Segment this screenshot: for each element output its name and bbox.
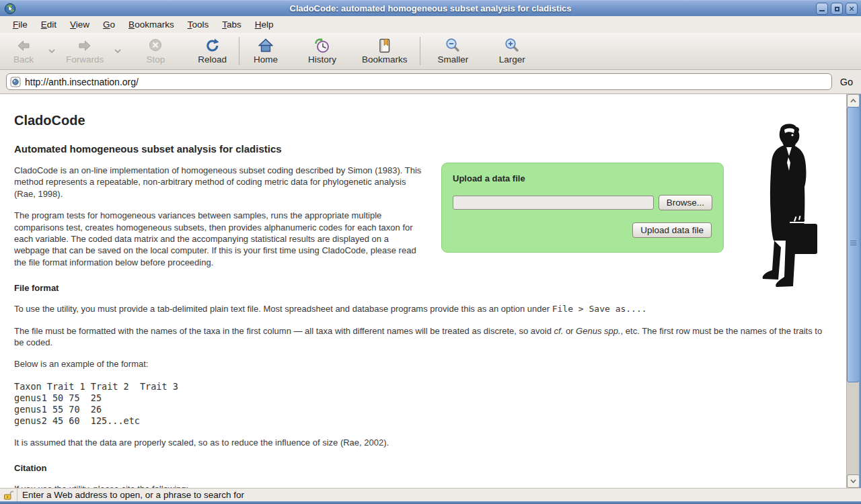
menubar: FileEditViewGoBookmarksToolsTabsHelp [0, 16, 861, 33]
chevron-up-icon [850, 99, 856, 103]
browse-button[interactable]: Browse... [659, 195, 712, 210]
back-label: Back [13, 54, 34, 65]
stop-button[interactable]: Stop [136, 36, 175, 67]
bookmarks-icon [377, 38, 393, 54]
site-favicon [10, 77, 21, 87]
page-subtitle: Automated homogeneous subset analysis fo… [14, 143, 833, 155]
window-title: CladoCode: automated homogeneous subset … [0, 3, 861, 13]
scrollbar-thumb[interactable] [847, 107, 860, 382]
history-icon [314, 38, 330, 54]
close-icon: ✕ [848, 5, 854, 13]
file-format-paragraph-1: To use the utility, you must provide a t… [14, 303, 833, 314]
home-icon [258, 38, 274, 54]
zoom-in-icon [504, 38, 520, 54]
intro-paragraph: CladoCode is an on-line implementation o… [14, 165, 424, 200]
window-bottom-border [0, 501, 861, 504]
example-intro: Below is an example of the format: [14, 358, 833, 370]
stop-icon [147, 38, 163, 54]
back-button[interactable]: Back [4, 36, 43, 67]
smaller-label: Smaller [438, 54, 469, 65]
menu-tools[interactable]: Tools [181, 17, 216, 32]
close-button[interactable]: ✕ [846, 3, 858, 15]
minimize-button[interactable] [816, 3, 828, 15]
scroll-down-button[interactable] [847, 474, 860, 488]
toolbar-separator [420, 37, 420, 65]
history-label: History [308, 54, 336, 65]
page-viewport: CladoCode Automated homogeneous subset a… [0, 94, 846, 488]
forwards-label: Forwards [66, 54, 104, 65]
url-box[interactable] [6, 73, 832, 90]
menu-view[interactable]: View [63, 17, 96, 32]
upload-panel-heading: Upload a data file [453, 173, 712, 183]
menu-file[interactable]: File [6, 17, 34, 32]
scroll-up-button[interactable] [847, 94, 860, 108]
citation-heading: Citation [14, 463, 833, 473]
home-button[interactable]: Home [246, 36, 285, 67]
citation-intro: If you use the utility, please cite the … [14, 483, 833, 488]
larger-label: Larger [499, 54, 525, 65]
maximize-button[interactable] [831, 3, 843, 15]
zoom-out-icon [445, 38, 461, 54]
toolbar-separator [239, 37, 239, 65]
titlebar: CladoCode: automated homogeneous subset … [0, 0, 861, 16]
businessman-silhouette-image [758, 121, 820, 289]
security-open-lock-icon [3, 490, 14, 501]
browser-app-icon [4, 3, 16, 15]
menu-bookmarks[interactable]: Bookmarks [122, 17, 181, 32]
go-button[interactable]: Go [838, 75, 855, 89]
file-format-paragraph-2: The file must be formatted with the name… [14, 325, 833, 349]
file-format-heading: File format [14, 283, 833, 293]
menu-tabs[interactable]: Tabs [215, 17, 248, 32]
page-title: CladoCode [14, 113, 833, 128]
vertical-scrollbar[interactable] [846, 94, 859, 488]
chevron-down-icon [114, 49, 121, 53]
browser-window: CladoCode: automated homogeneous subset … [0, 0, 861, 504]
reload-label: Reload [198, 54, 227, 65]
forward-arrow-icon [77, 38, 93, 54]
forwards-button[interactable]: Forwards [61, 36, 109, 67]
bookmarks-label: Bookmarks [362, 54, 408, 65]
minimize-icon [819, 10, 825, 11]
program-description-paragraph: The program tests for homogeneous varian… [14, 210, 424, 268]
forwards-history-dropdown[interactable] [112, 38, 124, 65]
menu-go[interactable]: Go [96, 17, 122, 32]
scrollbar-grip [850, 241, 856, 247]
back-history-dropdown[interactable] [46, 38, 58, 65]
larger-button[interactable]: Larger [492, 36, 531, 67]
reload-button[interactable]: Reload [192, 36, 232, 67]
chevron-down-icon [48, 49, 55, 53]
file-path-input[interactable] [453, 196, 654, 210]
toolbar: Back Forwards Stop [0, 33, 861, 70]
reload-icon [204, 38, 221, 54]
upload-panel: Upload a data file Browse... Upload data… [441, 163, 724, 253]
url-input[interactable] [25, 77, 828, 87]
bookmarks-button[interactable]: Bookmarks [357, 36, 413, 67]
smaller-button[interactable]: Smaller [433, 36, 474, 67]
address-bar-row: Go [0, 70, 861, 94]
format-example-code: Taxon Trait 1 Trait 2 Trait 3 genus1 50 … [14, 381, 833, 427]
scaling-note: It is assumed that the data are properly… [14, 437, 833, 448]
back-arrow-icon [15, 38, 32, 54]
history-button[interactable]: History [303, 36, 342, 67]
chevron-down-icon [850, 479, 856, 483]
maximize-icon [835, 7, 839, 11]
menu-edit[interactable]: Edit [34, 17, 63, 32]
status-message: Enter a Web address to open, or a phrase… [17, 490, 244, 500]
stop-label: Stop [146, 54, 165, 65]
statusbar: Enter a Web address to open, or a phrase… [0, 488, 861, 501]
upload-data-file-button[interactable]: Upload data file [632, 222, 712, 238]
home-label: Home [254, 54, 278, 65]
menu-help[interactable]: Help [248, 17, 280, 32]
